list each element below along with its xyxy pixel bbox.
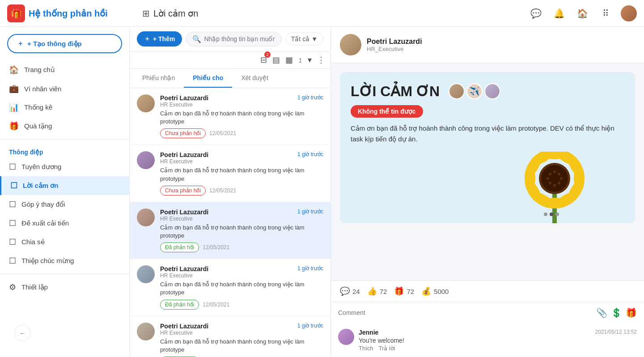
chat-engage[interactable]: 💬 24 <box>340 286 360 296</box>
sidebar-wallet-label: Ví nhân viên <box>24 85 61 93</box>
mini-avatar-2 <box>484 83 500 99</box>
grid-view-button[interactable]: ▦ <box>284 53 295 67</box>
svg-point-21 <box>549 182 551 184</box>
gift-engage-icon: 🎁 <box>394 286 404 296</box>
card-text: Cảm ơn bạn đã hỗ trợ hoành thành công tr… <box>160 280 323 297</box>
card-time: 1 giờ trước <box>297 265 323 272</box>
sidebar-thiep-label: Thiệp chúc mừng <box>21 257 74 265</box>
sidebar-gift-label: Quà tặng <box>24 122 52 130</box>
like-count: 72 <box>380 288 387 295</box>
notification-icon-button[interactable]: 🔔 <box>551 5 567 21</box>
filter-dropdown[interactable]: Tất cả ▼ <box>285 33 323 45</box>
list-item[interactable]: Poetri Lazuzardi 1 giờ trước HR Executiv… <box>130 259 330 316</box>
more-options-button[interactable]: ⋮ <box>315 53 327 67</box>
sidebar-item-de-xuat[interactable]: ☐ Đề xuất cải tiến <box>0 214 129 233</box>
card-name: Poetri Lazuzardi <box>160 208 208 216</box>
apps-icon-button[interactable]: ⠿ <box>597 5 614 21</box>
sidebar-stats-label: Thống kê <box>24 103 52 111</box>
sidebar-item-gift[interactable]: 🎁 Quà tặng <box>0 117 129 136</box>
card-role: HR Executive <box>160 102 323 108</box>
status-badge: Chưa phản hồi <box>160 128 206 138</box>
list-item[interactable]: Poetri Lazuzardi 1 giờ trước HR Executiv… <box>130 88 330 145</box>
card-list: Poetri Lazuzardi 1 giờ trước HR Executiv… <box>130 88 330 357</box>
card-time: 1 giờ trước <box>297 94 323 101</box>
comment-input[interactable] <box>338 309 593 316</box>
coin-engage[interactable]: 💰 5000 <box>421 286 449 296</box>
tab-phieu-cho[interactable]: Phiếu cho <box>184 69 232 88</box>
tab-xet-duyet[interactable]: Xét duyệt <box>232 69 277 88</box>
home-icon-button[interactable]: 🏠 <box>574 5 590 21</box>
comment-username: Jennie <box>359 329 378 336</box>
search-bar[interactable]: 🔍 <box>186 32 281 47</box>
engagement-bar: 💬 24 👍 72 🎁 72 💰 5000 <box>331 280 644 302</box>
chevron-down-sort-button[interactable]: ▾ <box>306 53 314 67</box>
tab-phieu-nhan[interactable]: Phiếu nhận <box>133 69 184 88</box>
comment-reply-button[interactable]: Trả lời <box>379 345 395 352</box>
chevron-down-icon: ▼ <box>311 35 318 42</box>
user-avatar-nav[interactable] <box>621 5 637 21</box>
column-view-button[interactable]: ▤ <box>271 53 282 67</box>
sidebar-item-loi-cam-on[interactable]: ☐ Lời cảm ơn <box>0 176 129 195</box>
badge-incredible: Không thể tin được <box>351 105 423 118</box>
message-section-title: Thông điệp <box>0 143 129 157</box>
card-avatar <box>137 208 155 226</box>
sidebar-item-gop-y[interactable]: ☐ Góp ý thay đổi <box>0 195 129 214</box>
list-panel: ＋ + Thêm 🔍 Tất cả ▼ ⊟ 2 ▤ ▦ ↕ ▾ ⋮ <box>130 27 331 357</box>
comment-text: You're welcome! <box>359 337 637 344</box>
gift-count: 72 <box>407 288 414 295</box>
card-role: HR Executive <box>160 330 323 336</box>
svg-point-20 <box>553 184 556 187</box>
sidebar-home-label: Trang chủ <box>24 66 55 74</box>
attach-icon-button[interactable]: 📎 <box>596 307 607 318</box>
add-button[interactable]: ＋ + Thêm <box>137 31 182 47</box>
detail-user-avatar <box>340 34 361 55</box>
card-role: HR Executive <box>160 272 323 279</box>
sidebar-item-stats[interactable]: 📊 Thống kê <box>0 98 129 117</box>
chat-icon-button[interactable]: 💬 <box>528 5 544 21</box>
tuyen-duong-icon: ☐ <box>9 162 16 172</box>
gift-icon: 🎁 <box>9 121 19 131</box>
card-text: Cảm ơn bạn đã hỗ trợ hoành thành công tr… <box>160 338 323 354</box>
card-avatar <box>137 94 155 112</box>
detail-user-name: Poetri Lazuzardi <box>367 38 635 46</box>
search-input[interactable] <box>204 35 275 42</box>
sidebar-item-settings[interactable]: ⚙ Thiết lập <box>0 278 129 297</box>
sidebar-item-chia-se[interactable]: ☐ Chia sẻ <box>0 233 129 251</box>
card-date: 12/05/2021 <box>209 187 236 194</box>
home-icon: 🏠 <box>9 65 19 75</box>
coin-count: 5000 <box>434 288 449 295</box>
sidebar-item-wallet[interactable]: 💼 Ví nhân viên <box>0 79 129 98</box>
coin-send-icon-button[interactable]: 💲 <box>611 307 622 318</box>
like-engage[interactable]: 👍 72 <box>367 286 387 296</box>
sidebar-item-home[interactable]: 🏠 Trang chủ <box>0 60 129 79</box>
sidebar-item-tuyen-duong[interactable]: ☐ Tuyên dương <box>0 157 129 176</box>
gift-send-icon-button[interactable]: 🎁 <box>626 307 637 318</box>
list-item[interactable]: Poetri Lazuzardi 1 giờ trước HR Executiv… <box>130 145 330 202</box>
sidebar-item-thiep[interactable]: ☐ Thiệp chúc mừng <box>0 251 129 270</box>
list-item[interactable]: Poetri Lazuzardi 1 giờ trước HR Executiv… <box>130 316 330 357</box>
list-item[interactable]: Poetri Lazuzardi 1 giờ trước HR Executiv… <box>130 202 330 259</box>
tabs: Phiếu nhận Phiếu cho Xét duyệt <box>130 69 330 88</box>
create-message-button[interactable]: ＋ + Tạo thông điệp <box>7 34 122 53</box>
sidebar-collapse-button[interactable]: ← <box>14 325 30 341</box>
card-text: Cảm ơn bạn đã hỗ trợ hoành thành công tr… <box>160 224 323 240</box>
list-panel-header: ＋ + Thêm 🔍 Tất cả ▼ <box>130 27 330 51</box>
filter-icon-badge: ⊟ 2 <box>258 53 269 67</box>
card-name: Poetri Lazuzardi <box>160 151 208 158</box>
svg-point-25 <box>555 212 559 216</box>
card-time: 1 giờ trước <box>297 151 323 157</box>
svg-point-15 <box>549 173 551 175</box>
sunflower-bg <box>340 152 635 223</box>
comment-like-button[interactable]: Thích <box>359 345 373 352</box>
card-name: Poetri Lazuzardi <box>160 94 208 102</box>
stats-icon: 📊 <box>9 102 19 112</box>
main-layout: ＋ + Tạo thông điệp 🏠 Trang chủ 💼 Ví nhân… <box>0 27 644 357</box>
gift-engage[interactable]: 🎁 72 <box>394 286 414 296</box>
sort-button[interactable]: ↕ <box>297 54 304 67</box>
card-text: Cảm ơn bạn đã hỗ trợ hoành thành công tr… <box>160 110 323 126</box>
comment-actions: Thích Trả lời <box>359 345 637 352</box>
thank-you-title: LỜI CẢM ƠN <box>351 83 440 100</box>
add-plus-icon: ＋ <box>144 35 150 43</box>
detail-header: Poetri Lazuzardi HR_Executive <box>331 27 644 63</box>
card-text: Cảm ơn bạn đã hỗ trợ hoành thành công tr… <box>160 166 323 183</box>
